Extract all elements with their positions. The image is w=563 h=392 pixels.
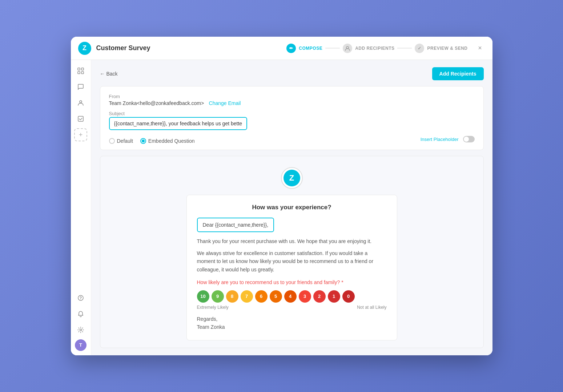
compose-step-icon: ✏ [286,44,296,53]
svg-text:?: ? [80,296,82,300]
nps-label-not-likely: Not at all Likely [357,305,386,310]
svg-rect-6 [78,116,83,121]
step-add-recipients[interactable]: ADD RECIPIENTS [343,44,394,53]
nps-score-btn[interactable]: 10 [197,290,209,303]
svg-rect-1 [78,68,80,70]
from-row: From Team Zonka<hello@zonkafeedback.com>… [109,94,475,106]
nps-score-btn[interactable]: 3 [299,290,311,303]
sidebar-item-grid[interactable] [74,64,87,77]
preview-logo-inner: Z [283,170,300,186]
nps-score-btn[interactable]: 7 [241,290,253,303]
sidebar-avatar[interactable]: T [75,339,87,351]
embedded-question-radio[interactable]: Embedded Question [140,138,195,144]
nps-labels: Extremely Likely Not at all Likely [197,305,387,310]
change-email-link[interactable]: Change Email [209,100,241,106]
sidebar: + ? [71,60,91,355]
nps-required-mark: * [341,279,343,285]
main-window: Z Customer Survey ✏ COMPOSE ADD RECIPIEN… [71,37,492,355]
default-radio-label: Default [117,138,133,144]
nps-score-btn[interactable]: 0 [342,290,355,303]
svg-point-9 [80,329,82,331]
svg-point-5 [80,101,82,103]
nps-question: How likely are you to recommend us to yo… [197,279,387,285]
preview-logo: Z [108,167,476,189]
sidebar-item-chat[interactable] [74,80,87,93]
back-button[interactable]: ← Back [100,71,118,77]
sidebar-item-task[interactable] [74,112,87,125]
from-label: From [109,94,475,99]
header: Z Customer Survey ✏ COMPOSE ADD RECIPIEN… [71,37,492,60]
default-radio-circle [109,138,115,144]
body-text-1: Thank you for your recent purchase with … [197,237,387,245]
preview-send-step-label: PREVIEW & SEND [427,46,467,51]
subject-row: Subject [109,111,475,130]
nps-score-btn[interactable]: 2 [313,290,326,303]
content-header: ← Back Add Recipients [100,67,484,80]
email-heading: How was your experience? [197,204,387,211]
sidebar-help-icon[interactable]: ? [74,291,87,304]
regards-text: Regards, [197,315,387,323]
svg-rect-3 [78,72,80,74]
steps-nav: ✏ COMPOSE ADD RECIPIENTS ✓ PREVIEW & SEN… [286,44,467,53]
nps-score-btn[interactable]: 5 [270,290,282,303]
sidebar-bell-icon[interactable] [74,307,87,320]
toggle-switch[interactable] [463,136,475,142]
add-recipients-step-icon [343,44,352,53]
from-value-row: Team Zonka<hello@zonkafeedback.com> Chan… [109,100,475,106]
step-preview-send[interactable]: ✓ PREVIEW & SEND [415,44,467,53]
step-divider-2 [397,48,412,48]
compose-step-label: COMPOSE [299,46,322,51]
embedded-question-label: Embedded Question [148,138,195,144]
nps-score-btn[interactable]: 8 [226,290,238,303]
subject-input[interactable] [109,117,247,130]
sidebar-bottom: ? T [74,291,87,351]
window-title: Customer Survey [96,44,287,52]
nps-score-btn[interactable]: 9 [212,290,224,303]
logo: Z [78,42,91,55]
svg-point-0 [346,47,349,49]
embedded-question-radio-circle [140,138,146,144]
nps-score-btn[interactable]: 6 [255,290,268,303]
nps-score-btn[interactable]: 4 [284,290,297,303]
team-text: Team Zonka [197,323,387,331]
preview-logo-circle: Z [281,167,303,189]
insert-placeholder-link[interactable]: Insert Placeholder [421,137,459,142]
step-compose[interactable]: ✏ COMPOSE [286,44,322,53]
step-divider-1 [325,48,340,48]
preview-send-step-icon: ✓ [415,44,424,53]
from-value: Team Zonka<hello@zonkafeedback.com> [109,100,204,106]
email-content-box: How was your experience? Dear {{contact_… [186,195,397,340]
radio-group: Default Embedded Question [109,138,195,144]
nps-scale: 109876543210 [197,290,387,303]
nps-score-btn[interactable]: 1 [328,290,340,303]
default-radio[interactable]: Default [109,138,133,144]
add-recipients-step-label: ADD RECIPIENTS [355,46,394,51]
email-form-card: From Team Zonka<hello@zonkafeedback.com>… [100,86,484,150]
email-preview-card: Z How was your experience? Dear {{contac… [100,156,484,348]
add-recipients-button[interactable]: Add Recipients [432,67,484,80]
content-area: ← Back Add Recipients From Team Zonka<he… [91,60,492,355]
svg-rect-2 [81,68,84,70]
nps-label-likely: Extremely Likely [197,305,229,310]
sidebar-settings-icon[interactable] [74,323,87,336]
email-regards: Regards, Team Zonka [197,315,387,331]
sidebar-add-button[interactable]: + [74,128,87,141]
body-text-2: We always strive for excellence in custo… [197,249,387,274]
close-button[interactable]: × [475,43,485,53]
main-layout: + ? [71,60,492,355]
sidebar-item-user[interactable] [74,96,87,109]
dear-box[interactable]: Dear {{contact_name,there}}, [197,218,274,232]
svg-rect-4 [81,72,84,74]
subject-label: Subject [109,111,475,116]
